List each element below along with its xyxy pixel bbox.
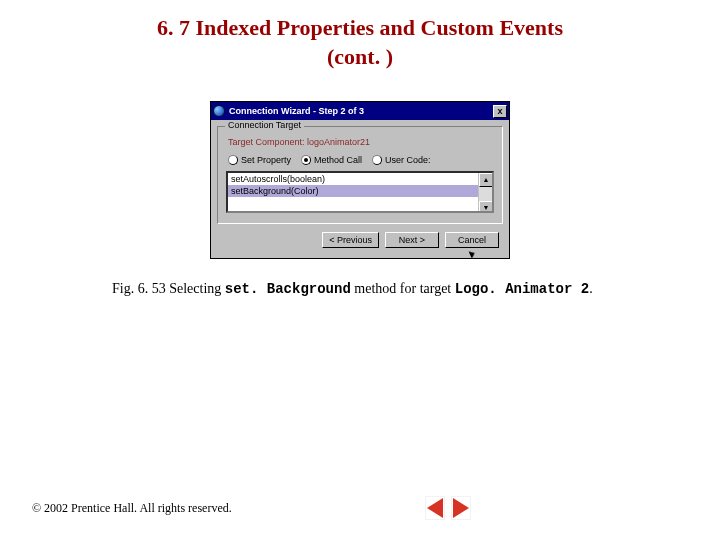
triangle-right-icon xyxy=(453,498,469,518)
radio-icon xyxy=(228,155,238,165)
caption-suffix: . xyxy=(589,281,593,296)
radio-label: User Code: xyxy=(385,155,431,165)
wizard-body: Connection Target Target Component: logo… xyxy=(211,120,509,258)
title-line-2: (cont. ) xyxy=(40,43,680,72)
next-slide-button[interactable] xyxy=(451,496,471,520)
target-type-radios: Set Property Method Call User Code: xyxy=(228,155,494,165)
scrollbar[interactable]: ▲ ▼ xyxy=(478,173,492,213)
caption-code-1: set. Background xyxy=(225,281,351,297)
window-title: Connection Wizard - Step 2 of 3 xyxy=(229,106,364,116)
scroll-down-button[interactable]: ▼ xyxy=(479,201,493,213)
slide-title: 6. 7 Indexed Properties and Custom Event… xyxy=(0,0,720,77)
radio-icon xyxy=(372,155,382,165)
wizard-screenshot: Connection Wizard - Step 2 of 3 x Connec… xyxy=(210,101,510,259)
wizard-button-row: < Previous Next > Cancel xyxy=(217,224,503,252)
scroll-up-button[interactable]: ▲ xyxy=(479,173,493,187)
radio-user-code[interactable]: User Code: xyxy=(372,155,431,165)
caption-code-2: Logo. Animator 2 xyxy=(455,281,589,297)
caption-prefix: Fig. 6. 53 Selecting xyxy=(112,281,225,296)
close-button[interactable]: x xyxy=(493,105,507,118)
slide-nav xyxy=(425,496,471,520)
target-component-label: Target Component: logoAnimator21 xyxy=(228,137,494,147)
previous-button[interactable]: < Previous xyxy=(322,232,379,248)
connection-target-group: Connection Target Target Component: logo… xyxy=(217,126,503,224)
list-item[interactable]: setAutoscrolls(boolean) xyxy=(228,173,492,185)
title-line-1: 6. 7 Indexed Properties and Custom Event… xyxy=(40,14,680,43)
list-item-selected[interactable]: setBackground(Color) xyxy=(228,185,492,197)
radio-label: Set Property xyxy=(241,155,291,165)
radio-icon xyxy=(301,155,311,165)
radio-set-property[interactable]: Set Property xyxy=(228,155,291,165)
group-legend: Connection Target xyxy=(225,120,304,130)
next-button[interactable]: Next > xyxy=(385,232,439,248)
connection-wizard-window: Connection Wizard - Step 2 of 3 x Connec… xyxy=(210,101,510,259)
copyright-footer: © 2002 Prentice Hall. All rights reserve… xyxy=(32,501,232,516)
cancel-button[interactable]: Cancel xyxy=(445,232,499,248)
triangle-left-icon xyxy=(427,498,443,518)
radio-method-call[interactable]: Method Call xyxy=(301,155,362,165)
prev-slide-button[interactable] xyxy=(425,496,445,520)
caption-mid: method for target xyxy=(351,281,455,296)
method-list[interactable]: ▲ ▼ setAutoscrolls(boolean) setBackgroun… xyxy=(226,171,494,213)
figure-caption: Fig. 6. 53 Selecting set. Background met… xyxy=(0,277,720,297)
copyright-text: © 2002 Prentice Hall. All rights reserve… xyxy=(32,501,232,516)
radio-label: Method Call xyxy=(314,155,362,165)
titlebar: Connection Wizard - Step 2 of 3 x xyxy=(211,102,509,120)
app-icon xyxy=(213,105,225,117)
